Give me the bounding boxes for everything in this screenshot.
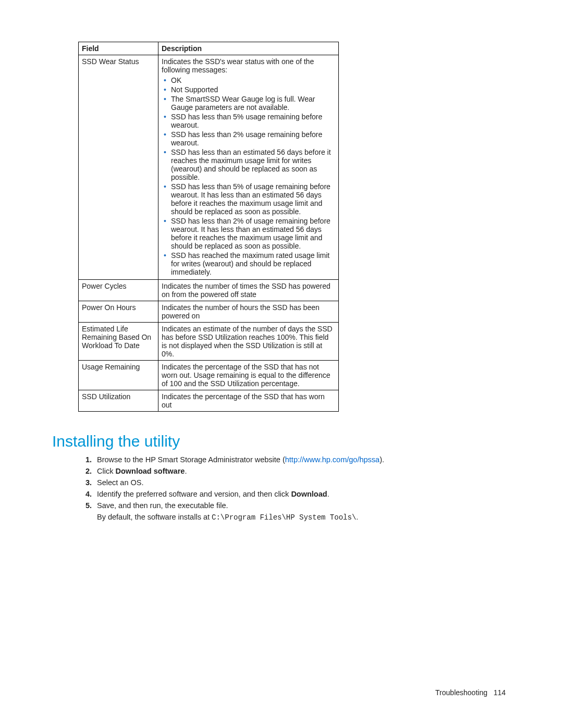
step-text: . <box>356 513 358 521</box>
list-item: Not Supported <box>171 85 335 94</box>
step-item: Save, and then run, the executable file.… <box>94 501 511 522</box>
description-cell: Indicates the number of hours the SSD ha… <box>158 301 339 323</box>
step-text: Select an OS. <box>97 478 143 487</box>
page-footer: Troubleshooting 114 <box>435 688 506 697</box>
field-cell: Power Cycles <box>79 280 158 301</box>
field-cell: Usage Remaining <box>79 361 158 390</box>
table-row: Power On Hours Indicates the number of h… <box>79 301 339 323</box>
list-item: SSD has less than 5% usage remaining bef… <box>171 113 335 129</box>
install-steps: Browse to the HP Smart Storage Administr… <box>83 455 511 522</box>
list-item: SSD has less than 5% of usage remaining … <box>171 182 335 216</box>
list-item: SSD has less than 2% usage remaining bef… <box>171 130 335 147</box>
desc-intro: Indicates the SSD's wear status with one… <box>162 57 335 74</box>
field-cell: Power On Hours <box>79 301 158 323</box>
step-text: Browse to the HP Smart Storage Administr… <box>97 455 285 464</box>
field-cell: SSD Utilization <box>79 390 158 412</box>
description-cell: Indicates the percentage of the SSD that… <box>158 390 339 412</box>
list-item: SSD has reached the maximum rated usage … <box>171 251 335 276</box>
step-text: Save, and then run, the executable file. <box>97 501 228 510</box>
list-item: OK <box>171 76 335 84</box>
install-path: C:\Program Files\HP System Tools\ <box>212 513 356 522</box>
field-description-table: Field Description SSD Wear Status Indica… <box>78 42 339 412</box>
step-item: Identify the preferred software and vers… <box>94 490 511 498</box>
description-cell: Indicates the SSD's wear status with one… <box>158 55 339 280</box>
bullet-list: OK Not Supported The SmartSSD Wear Gauge… <box>162 76 335 276</box>
step-text: ). <box>380 455 384 464</box>
footer-label: Troubleshooting <box>435 688 487 697</box>
step-text: By default, the software installs at <box>97 513 212 521</box>
field-cell: Estimated Life Remaining Based On Worklo… <box>79 323 158 361</box>
step-item: Browse to the HP Smart Storage Administr… <box>94 455 511 464</box>
description-cell: Indicates an estimate of the number of d… <box>158 323 339 361</box>
field-cell: SSD Wear Status <box>79 55 158 280</box>
table-row: SSD Utilization Indicates the percentage… <box>79 390 339 412</box>
list-item: SSD has less than 2% of usage remaining … <box>171 217 335 250</box>
table-row: Power Cycles Indicates the number of tim… <box>79 280 339 301</box>
page-number: 114 <box>494 688 506 697</box>
th-field: Field <box>79 42 158 55</box>
step-item: Click Download software. <box>94 467 511 475</box>
step-text: . <box>185 467 187 475</box>
table-row: SSD Wear Status Indicates the SSD's wear… <box>79 55 339 280</box>
bold-text: Download software <box>115 467 185 475</box>
table-row: Usage Remaining Indicates the percentage… <box>79 361 339 390</box>
th-description: Description <box>158 42 339 55</box>
hpssa-link[interactable]: http://www.hp.com/go/hpssa <box>285 455 380 464</box>
section-heading: Installing the utility <box>52 433 511 450</box>
description-cell: Indicates the number of times the SSD ha… <box>158 280 339 301</box>
step-text: Identify the preferred software and vers… <box>97 490 291 498</box>
description-cell: Indicates the percentage of the SSD that… <box>158 361 339 390</box>
step-text: Click <box>97 467 115 475</box>
bold-text: Download <box>291 490 327 498</box>
step-text: . <box>327 490 329 498</box>
table-row: Estimated Life Remaining Based On Worklo… <box>79 323 339 361</box>
list-item: The SmartSSD Wear Gauge log is full. Wea… <box>171 95 335 112</box>
step-item: Select an OS. <box>94 478 511 487</box>
list-item: SSD has less than an estimated 56 days b… <box>171 148 335 181</box>
